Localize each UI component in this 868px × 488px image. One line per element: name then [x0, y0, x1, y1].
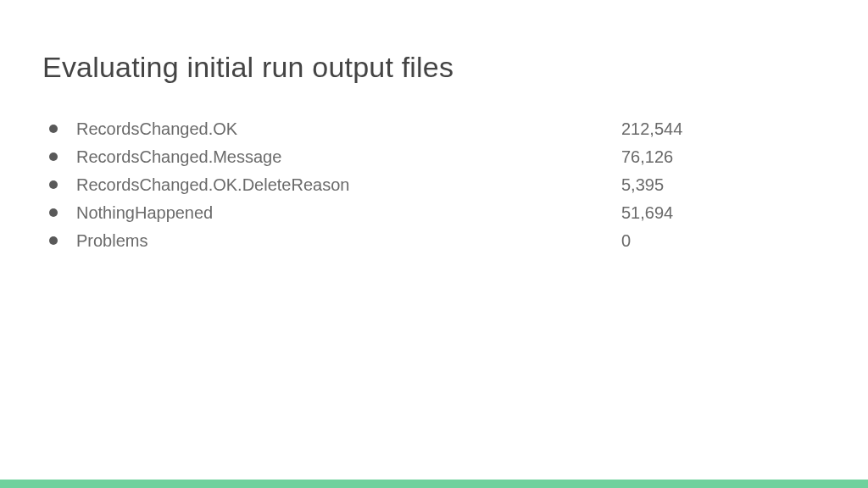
item-label: Problems: [76, 228, 621, 253]
item-label: RecordsChanged.OK: [76, 116, 621, 141]
list-item: RecordsChanged.OK 212,544: [49, 116, 826, 141]
item-label: RecordsChanged.OK.DeleteReason: [76, 172, 621, 197]
list-item: RecordsChanged.OK.DeleteReason 5,395: [49, 172, 826, 197]
item-label: NothingHappened: [76, 200, 621, 225]
item-value: 0: [621, 228, 631, 253]
bullet-icon: [49, 208, 58, 217]
output-list: RecordsChanged.OK 212,544 RecordsChanged…: [42, 116, 826, 253]
slide-title: Evaluating initial run output files: [42, 51, 826, 84]
item-label: RecordsChanged.Message: [76, 144, 621, 169]
list-item: Problems 0: [49, 228, 826, 253]
item-value: 212,544: [621, 116, 682, 141]
bullet-icon: [49, 180, 58, 189]
slide: Evaluating initial run output files Reco…: [0, 0, 868, 253]
item-value: 51,694: [621, 200, 673, 225]
list-item: NothingHappened 51,694: [49, 200, 826, 225]
list-item: RecordsChanged.Message 76,126: [49, 144, 826, 169]
item-value: 5,395: [621, 172, 664, 197]
bullet-icon: [49, 236, 58, 245]
item-value: 76,126: [621, 144, 673, 169]
bullet-icon: [49, 152, 58, 161]
bullet-icon: [49, 125, 58, 133]
footer-accent-bar: [0, 480, 868, 488]
